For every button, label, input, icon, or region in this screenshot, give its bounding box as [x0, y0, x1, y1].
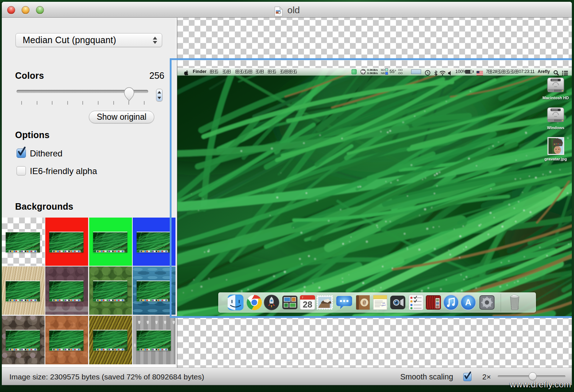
svg-text:@: @ [363, 300, 366, 306]
svg-text:28: 28 [303, 300, 313, 309]
svg-text:7: 7 [302, 296, 304, 299]
svg-text:A: A [465, 297, 471, 307]
